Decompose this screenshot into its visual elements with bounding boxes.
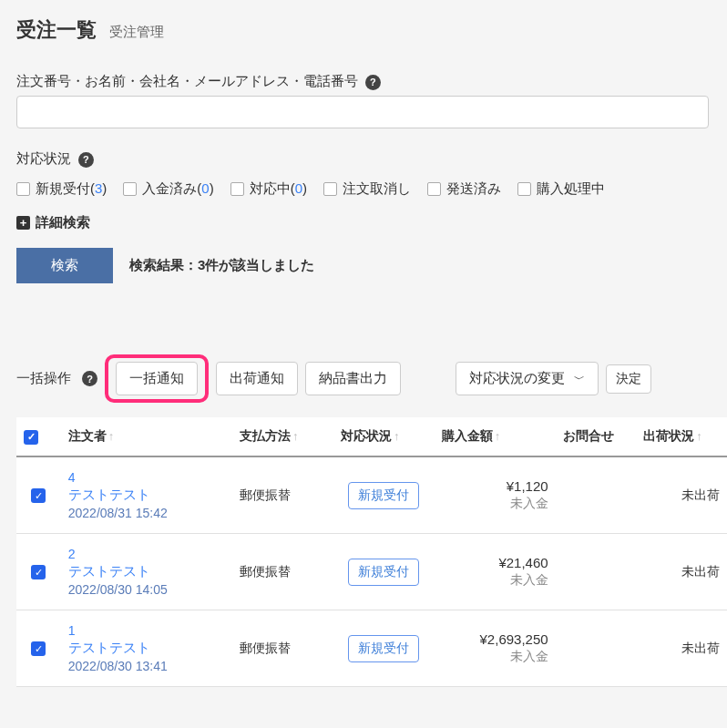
column-amount[interactable]: 購入金額↑	[435, 417, 556, 456]
help-icon[interactable]: ?	[82, 371, 97, 386]
inquiry-cell	[556, 610, 637, 687]
column-orderer[interactable]: 注文者↑	[61, 417, 232, 456]
search-action-row: 検索 検索結果：3件が該当しました	[16, 248, 727, 294]
row-checkbox-cell[interactable]: ✓	[16, 610, 61, 687]
column-label: 出荷状況	[643, 428, 694, 443]
checkbox-checked-icon[interactable]: ✓	[24, 430, 38, 445]
order-date: 2022/08/31 15:42	[68, 506, 225, 520]
column-label: 注文者	[68, 428, 107, 443]
bulk-notify-button[interactable]: 一括通知	[116, 362, 198, 395]
amount-cell: ¥2,693,250未入金	[435, 610, 556, 687]
status-badge[interactable]: 新規受付	[348, 482, 419, 509]
ship-cell: 未出荷	[636, 456, 727, 534]
order-id-link[interactable]: 1	[68, 623, 225, 638]
checkbox-checked-icon[interactable]: ✓	[31, 641, 46, 656]
chevron-down-icon: ﹀	[574, 373, 585, 385]
inquiry-cell	[556, 456, 637, 534]
status-filter-label: 新規受付	[36, 180, 90, 196]
table-row: ✓1テストテスト2022/08/30 13:41郵便振替新規受付¥2,693,2…	[16, 610, 727, 687]
change-status-dropdown[interactable]: 対応状況の変更 ﹀	[456, 362, 599, 395]
amount-cell: ¥21,460未入金	[435, 534, 556, 610]
status-filter-label: 注文取消し	[343, 180, 411, 198]
search-input[interactable]	[16, 96, 709, 128]
search-button[interactable]: 検索	[16, 248, 113, 283]
change-status-label: 対応状況の変更	[469, 370, 565, 385]
checkbox-icon[interactable]	[323, 182, 337, 196]
amount-value: ¥2,693,250	[442, 631, 548, 647]
amount-value: ¥1,120	[442, 478, 548, 494]
orders-table: ✓ 注文者↑ 支払方法↑ 対応状況↑ 購入金額↑ お問合せ 出荷状況↑ ✓4テス…	[16, 417, 727, 687]
payment-cell: 郵便振替	[232, 610, 333, 687]
order-name-link[interactable]: テストテスト	[68, 561, 225, 582]
status-filter-item[interactable]: 注文取消し	[323, 180, 411, 198]
order-name-link[interactable]: テストテスト	[68, 485, 225, 506]
status-filter-item[interactable]: 入金済み(0)	[123, 180, 213, 198]
amount-cell: ¥1,120未入金	[435, 456, 556, 534]
status-filter-item[interactable]: 購入処理中	[517, 180, 605, 198]
inquiry-cell	[556, 534, 637, 610]
plus-icon: +	[16, 216, 30, 230]
status-badge[interactable]: 新規受付	[348, 559, 419, 586]
status-filter-label: 購入処理中	[537, 180, 605, 198]
status-count[interactable]: 0	[295, 180, 302, 196]
order-date: 2022/08/30 13:41	[68, 659, 225, 673]
ship-cell: 未出荷	[636, 610, 727, 687]
advanced-search-toggle[interactable]: + 詳細検索	[16, 214, 727, 248]
sort-arrow-icon: ↑	[108, 429, 115, 443]
status-count[interactable]: 3	[95, 180, 102, 196]
status-badge[interactable]: 新規受付	[348, 635, 419, 662]
order-id-link[interactable]: 2	[68, 547, 225, 561]
select-all-header[interactable]: ✓	[16, 417, 61, 456]
status-filter-item[interactable]: 新規受付(3)	[16, 180, 107, 198]
status-label: 対応状況	[16, 150, 71, 168]
status-count[interactable]: 0	[201, 180, 209, 196]
column-label: お問合せ	[563, 428, 614, 443]
order-date: 2022/08/30 14:05	[68, 582, 225, 597]
checkbox-checked-icon[interactable]: ✓	[31, 488, 46, 503]
status-filter-label: 入金済み	[142, 180, 197, 196]
help-icon[interactable]: ?	[78, 152, 94, 168]
column-status[interactable]: 対応状況↑	[333, 417, 435, 456]
order-name-link[interactable]: テストテスト	[68, 638, 225, 659]
payment-cell: 郵便振替	[232, 534, 333, 610]
orderer-cell: 2テストテスト2022/08/30 14:05	[61, 534, 232, 610]
bulk-action-row: 一括操作 ? 一括通知 出荷通知 納品書出力 対応状況の変更 ﹀ 決定	[16, 311, 727, 417]
status-filter-row: 新規受付(3) 入金済み(0) 対応中(0) 注文取消し 発送済み 購入処理中	[16, 173, 727, 214]
orderer-cell: 1テストテスト2022/08/30 13:41	[61, 610, 232, 687]
column-label: 購入金額	[442, 428, 493, 443]
column-inquiry[interactable]: お問合せ	[556, 417, 637, 456]
orderer-cell: 4テストテスト2022/08/31 15:42	[61, 456, 232, 534]
row-checkbox-cell[interactable]: ✓	[16, 534, 61, 610]
status-cell: 新規受付	[333, 456, 435, 534]
delivery-slip-button[interactable]: 納品書出力	[305, 362, 401, 395]
payment-status: 未入金	[442, 494, 548, 512]
column-label: 対応状況	[341, 428, 392, 443]
table-row: ✓2テストテスト2022/08/30 14:05郵便振替新規受付¥21,460未…	[16, 534, 727, 610]
results-summary: 検索結果：3件が該当しました	[129, 257, 314, 274]
checkbox-icon[interactable]	[517, 182, 531, 196]
checkbox-icon[interactable]	[427, 182, 441, 196]
checkbox-icon[interactable]	[123, 182, 137, 196]
status-cell: 新規受付	[333, 610, 435, 687]
payment-status: 未入金	[442, 570, 548, 589]
help-icon[interactable]: ?	[365, 75, 381, 90]
checkbox-icon[interactable]	[16, 182, 30, 196]
status-filter-item[interactable]: 対応中(0)	[230, 180, 307, 198]
sort-arrow-icon: ↑	[394, 429, 400, 443]
table-row: ✓4テストテスト2022/08/31 15:42郵便振替新規受付¥1,120未入…	[16, 456, 727, 534]
ship-notify-button[interactable]: 出荷通知	[216, 362, 298, 395]
order-id-link[interactable]: 4	[68, 470, 225, 485]
checkbox-icon[interactable]	[230, 182, 244, 196]
sort-arrow-icon: ↑	[696, 429, 702, 443]
search-panel: 注文番号・お名前・会社名・メールアドレス・電話番号 ? 対応状況 ? 新規受付(…	[16, 64, 727, 311]
status-filter-item[interactable]: 発送済み	[427, 180, 501, 198]
status-filter-label: 発送済み	[446, 180, 501, 198]
search-label: 注文番号・お名前・会社名・メールアドレス・電話番号	[16, 73, 358, 90]
column-ship[interactable]: 出荷状況↑	[636, 417, 727, 456]
page-header: 受注一覧 受注管理	[16, 16, 727, 64]
checkbox-checked-icon[interactable]: ✓	[31, 565, 46, 579]
column-payment[interactable]: 支払方法↑	[232, 417, 333, 456]
decide-button[interactable]: 決定	[606, 364, 651, 394]
highlight-bulk-notify: 一括通知	[105, 354, 209, 403]
row-checkbox-cell[interactable]: ✓	[16, 456, 61, 534]
